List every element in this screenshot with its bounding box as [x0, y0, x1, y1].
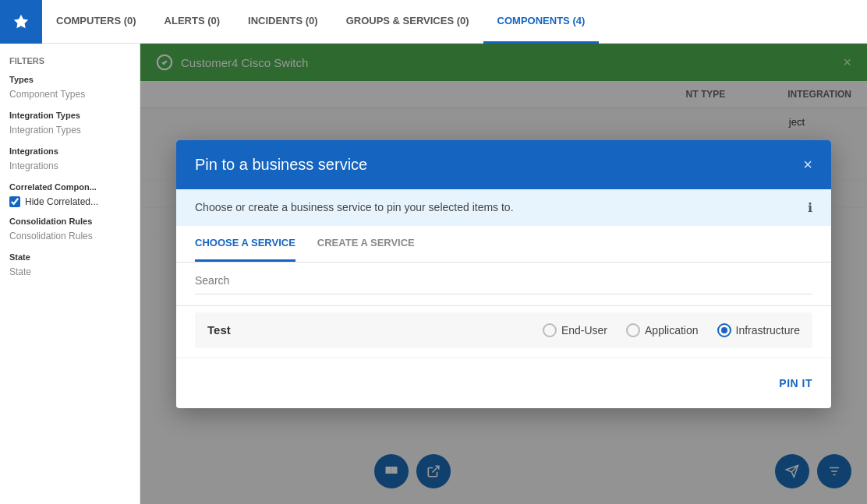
sidebar-consolidation-label: Consolidation Rules	[9, 217, 130, 226]
radio-end-user[interactable]: End-User	[543, 323, 607, 337]
modal-search-container	[176, 263, 831, 306]
sidebar-item-state[interactable]: State	[9, 265, 130, 279]
modal-info-text: Choose or create a business service to p…	[195, 201, 514, 213]
radio-label-infrastructure: Infrastructure	[736, 324, 800, 337]
hide-correlated-checkbox[interactable]	[9, 196, 20, 207]
pin-it-button[interactable]: PIN IT	[779, 371, 812, 396]
radio-label-application: Application	[645, 324, 699, 337]
sidebar-item-integrations[interactable]: Integrations	[9, 159, 130, 173]
nav-logo[interactable]	[0, 0, 42, 44]
sidebar-correlated-label: Correlated Compon...	[9, 182, 130, 192]
modal-footer: PIN IT	[176, 358, 831, 408]
modal-tabs: CHOOSE A SERVICE CREATE A SERVICE	[176, 226, 831, 263]
radio-label-end-user: End-User	[561, 324, 607, 337]
content-area: Customer4 Cisco Switch × NT TYPE INTEGRA…	[140, 44, 867, 504]
tab-incidents[interactable]: INCIDENTS (0)	[234, 0, 332, 44]
radio-circle-infrastructure	[717, 323, 731, 337]
service-row-test: Test End-User Application	[195, 312, 812, 348]
main-layout: FILTERS Types Component Types Integratio…	[0, 44, 867, 504]
sidebar-types-label: Types	[9, 75, 130, 84]
tab-computers[interactable]: COMPUTERS (0)	[42, 0, 150, 44]
tab-create-service[interactable]: CREATE A SERVICE	[317, 226, 415, 262]
sidebar-item-integration-types[interactable]: Integration Types	[9, 123, 130, 137]
sidebar-state-label: State	[9, 252, 130, 262]
top-nav: COMPUTERS (0) ALERTS (0) INCIDENTS (0) G…	[0, 0, 867, 44]
info-icon: ℹ	[808, 200, 812, 215]
search-input[interactable]	[195, 274, 812, 287]
service-radio-group: End-User Application Infrastructure	[543, 323, 800, 337]
sidebar-filters-label: FILTERS	[9, 56, 130, 65]
sidebar-item-consolidation[interactable]: Consolidation Rules	[9, 229, 130, 243]
sidebar-item-component-types[interactable]: Component Types	[9, 87, 130, 101]
hide-correlated-row: Hide Correlated...	[9, 196, 130, 207]
radio-circle-end-user	[543, 323, 557, 337]
tab-choose-service[interactable]: CHOOSE A SERVICE	[195, 226, 295, 262]
modal-pin-service: Pin to a business service × Choose or cr…	[176, 140, 831, 408]
sidebar-integration-types-label: Integration Types	[9, 111, 130, 120]
hide-correlated-label: Hide Correlated...	[25, 196, 98, 207]
modal-overlay: Pin to a business service × Choose or cr…	[140, 44, 867, 504]
modal-title: Pin to a business service	[195, 156, 367, 174]
sidebar: FILTERS Types Component Types Integratio…	[0, 44, 140, 504]
tab-alerts[interactable]: ALERTS (0)	[150, 0, 235, 44]
radio-infrastructure[interactable]: Infrastructure	[717, 323, 800, 337]
radio-circle-application	[626, 323, 640, 337]
service-name-test: Test	[207, 323, 301, 337]
modal-info-bar: Choose or create a business service to p…	[176, 189, 831, 226]
service-list: Test End-User Application	[176, 306, 831, 358]
modal-header: Pin to a business service ×	[176, 140, 831, 189]
tab-groups-services[interactable]: GROUPS & SERVICES (0)	[332, 0, 483, 44]
search-divider	[195, 294, 812, 294]
modal-close-button[interactable]: ×	[803, 156, 812, 174]
tab-components[interactable]: COMPONENTS (4)	[483, 0, 600, 44]
sidebar-integrations-label: Integrations	[9, 146, 130, 156]
radio-application[interactable]: Application	[626, 323, 699, 337]
